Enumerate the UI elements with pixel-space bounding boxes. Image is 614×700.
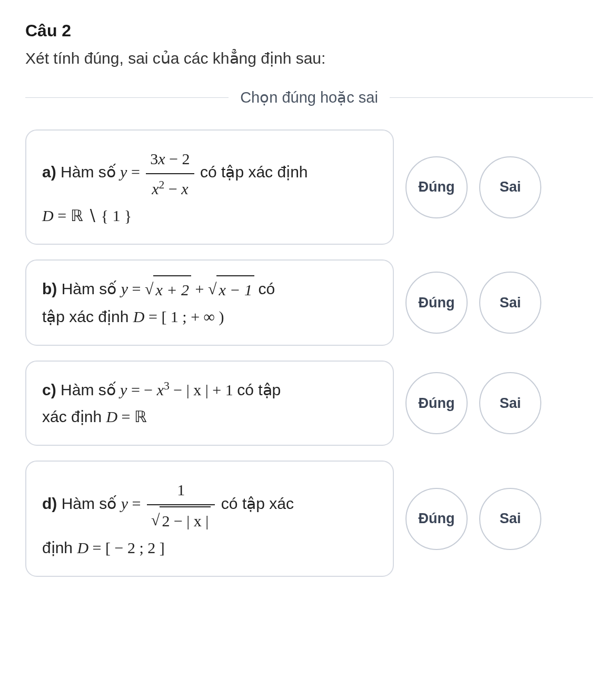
statement-row-b: b) Hàm số y = √x + 2 + √x − 1 có tập xác… [25,259,593,346]
divider-line-right [390,97,593,98]
var-y-a: y [120,163,127,181]
true-button-b[interactable]: Đúng [405,272,468,334]
plus-c: + [212,381,221,398]
statement-card-d: d) Hàm số y = 1 √2 − | x | có tập xác đị… [25,461,394,577]
statement-row-c: c) Hàm số y = − x3 − | x | + 1 có tập xá… [25,361,593,446]
domain-c: D = ℝ [106,408,147,425]
math-expr-a: y = 3x − 2 x2 − x [120,163,200,181]
false-button-a[interactable]: Sai [479,156,541,218]
domain-b: D = [ 1 ; + ∞ ) [133,308,224,325]
num-2: 2 [182,150,190,167]
dom-eq-c: = [122,408,131,425]
dom-D-d: D [77,539,88,556]
eq-a: = [131,163,140,181]
item-label-a: a) [42,163,56,181]
text-prefix-b: Hàm số [62,280,117,297]
dom-eq-a: = [57,207,66,224]
dom-R-c: ℝ [134,408,147,425]
text-suffix-b: có [258,280,275,297]
exp-c: 3 [164,379,170,392]
statement-card-c: c) Hàm số y = − x3 − | x | + 1 có tập xá… [25,361,394,446]
statement-card-a: a) Hàm số y = 3x − 2 x2 − x có tập xác đ… [25,129,394,245]
dom-sm-a: ∖ [87,207,97,224]
eq-d: = [132,495,141,512]
text-prefix-a: Hàm số [61,163,116,181]
false-button-b[interactable]: Sai [479,272,541,334]
false-button-d[interactable]: Sai [479,488,541,550]
eq-b: = [132,280,141,297]
line2-prefix-c: xác định [42,408,102,425]
divider-label: Chọn đúng hoặc sai [229,88,390,106]
item-label-b: b) [42,280,57,297]
fraction-a: 3x − 2 x2 − x [146,145,194,202]
sqrt-d: √2 − | x | [151,506,211,534]
var-y-c: y [120,381,127,398]
item-label-c: c) [42,381,56,398]
dom-D-a: D [42,207,54,224]
domain-d: D = [ − 2 ; 2 ] [77,539,164,556]
one-c: 1 [225,381,233,398]
statement-row-a: a) Hàm số y = 3x − 2 x2 − x có tập xác đ… [25,129,593,245]
math-expr-c: y = − x3 − | x | + 1 [120,381,237,398]
true-button-a[interactable]: Đúng [405,156,468,218]
text-mid-a: có tập xác định [200,163,308,181]
num-x: x [158,150,165,167]
dom-int-d: [ − 2 ; 2 ] [105,539,165,556]
question-title: Câu 2 [25,21,593,41]
dom-D-c: D [106,408,117,425]
sqrt1-body-b: x + 2 [155,281,189,298]
true-button-c[interactable]: Đúng [405,372,468,434]
math-expr-d: y = 1 √2 − | x | [121,495,221,512]
false-button-c[interactable]: Sai [479,372,541,434]
den-inner-d: 2 − | x | [162,512,209,529]
num-minus: − [169,150,178,167]
var-y-b: y [121,280,128,297]
text-suffix-d: có tập xác [221,495,294,512]
dom-eq-b: = [148,308,157,325]
den-x2: x [181,180,188,197]
item-label-d: d) [42,495,57,512]
plus-b: + [195,280,204,297]
dom-D-b: D [133,308,145,325]
eq-c: = [131,381,140,398]
domain-a: D = ℝ ∖ { 1 } [42,207,132,224]
abs-c: | x | [186,381,209,398]
line2-prefix-d: định [42,539,73,556]
dom-int-b: [ 1 ; + ∞ ) [161,308,224,325]
sqrt1-b: √x + 2 [145,275,191,303]
math-expr-b: y = √x + 2 + √x − 1 [121,280,259,297]
true-button-d[interactable]: Đúng [405,488,468,550]
text-suffix-c: có tập [237,381,281,398]
num-d: 1 [147,476,215,504]
section-divider: Chọn đúng hoặc sai [25,88,593,106]
minus-c: − [173,381,182,398]
fraction-d: 1 √2 − | x | [147,476,215,534]
dom-eq-d: = [93,539,102,556]
text-prefix-d: Hàm số [62,495,117,512]
statement-row-d: d) Hàm số y = 1 √2 − | x | có tập xác đị… [25,461,593,577]
num-3: 3 [150,150,158,167]
dom-set-a: { 1 } [101,207,132,224]
line2-prefix-b: tập xác định [42,308,128,325]
den-exp: 2 [159,178,165,191]
var-y-d: y [121,495,128,512]
sqrt2-body-b: x − 1 [219,281,252,298]
question-prompt: Xét tính đúng, sai của các khẳng định sa… [25,49,593,67]
sqrt2-b: √x − 1 [208,275,254,303]
den-minus: − [169,180,177,197]
den-x: x [152,180,159,197]
x-c: x [157,381,164,398]
neg-c: − [144,381,153,398]
text-prefix-c: Hàm số [61,381,116,398]
statement-card-b: b) Hàm số y = √x + 2 + √x − 1 có tập xác… [25,259,394,346]
divider-line-left [25,97,229,98]
dom-R-a: ℝ [71,207,83,224]
question-header: Câu 2 Xét tính đúng, sai của các khẳng đ… [25,21,593,67]
